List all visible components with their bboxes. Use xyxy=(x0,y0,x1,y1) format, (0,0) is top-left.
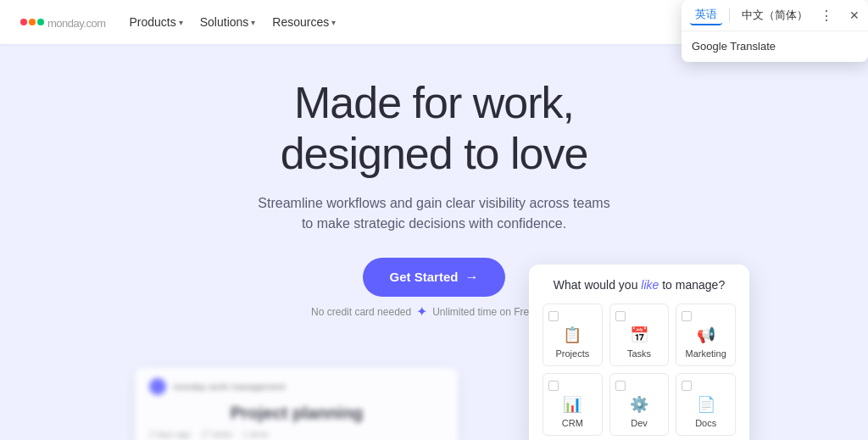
manage-checkbox-marketing[interactable] xyxy=(682,311,692,321)
translate-separator xyxy=(729,8,730,22)
hero-title-line2: designed to love xyxy=(281,129,588,178)
manage-checkbox-crm[interactable] xyxy=(548,381,559,391)
nav-resources[interactable]: Resources ▾ xyxy=(272,15,336,29)
translate-close-icon[interactable]: ✕ xyxy=(849,8,860,22)
hero-subtitle-line1: Streamline workflows and gain clear visi… xyxy=(258,196,609,210)
hero-title-line1: Made for work, xyxy=(294,78,574,127)
hero-note-separator: ✦ xyxy=(416,305,427,319)
preview-title: Project planning xyxy=(149,404,444,423)
logo-suffix: .com xyxy=(83,17,105,30)
translate-popup: 英语 中文（简体） ⋮ ✕ Google Translate xyxy=(682,0,868,62)
projects-icon: 📋 xyxy=(563,326,581,344)
nav-resources-chevron: ▾ xyxy=(331,18,336,27)
preview-card-header: monday work management xyxy=(149,378,444,395)
hero-note-left: No credit card needed xyxy=(311,306,411,318)
hero-title: Made for work, designed to love xyxy=(17,78,851,180)
translate-more-icon[interactable]: ⋮ xyxy=(820,8,833,24)
nav-solutions-chevron: ▾ xyxy=(251,18,255,27)
translate-lang-zh[interactable]: 中文（简体） xyxy=(737,6,813,25)
hero-subtitle-line2: to make strategic decisions with confide… xyxy=(302,216,566,231)
logo-name: monday xyxy=(47,17,83,30)
translate-lang-en[interactable]: 英语 xyxy=(690,5,722,25)
preview-meta2: 17 tasks xyxy=(201,430,232,439)
manage-label-tasks: Tasks xyxy=(627,348,651,359)
manage-title-highlight: like xyxy=(641,278,659,292)
logo[interactable]: monday.com xyxy=(20,14,105,31)
manage-label-docs: Docs xyxy=(695,418,716,428)
logo-dot-green xyxy=(37,19,44,25)
manage-checkbox-tasks[interactable] xyxy=(615,311,626,321)
nav-solutions-label: Solutions xyxy=(200,15,249,29)
get-started-button[interactable]: Get Started → xyxy=(363,258,506,297)
hero-subtitle: Streamline workflows and gain clear visi… xyxy=(17,193,851,234)
manage-item-projects[interactable]: 📋 Projects xyxy=(542,304,603,366)
manage-grid: 📋 Projects 📅 Tasks 📢 Marketing 📊 CRM xyxy=(542,304,736,436)
nav-products-chevron: ▾ xyxy=(179,18,183,27)
manage-checkbox-projects[interactable] xyxy=(548,311,559,321)
preview-avatar xyxy=(149,378,166,395)
preview-card: monday work management Project planning … xyxy=(136,368,458,440)
manage-item-marketing[interactable]: 📢 Marketing xyxy=(676,304,736,366)
manage-checkbox-docs[interactable] xyxy=(682,381,692,391)
manage-label-marketing: Marketing xyxy=(686,348,726,359)
hero-bottom: monday work management Project planning … xyxy=(17,339,851,440)
logo-wordmark: monday.com xyxy=(47,14,105,31)
translate-body: Google Translate xyxy=(682,31,868,62)
manage-item-crm[interactable]: 📊 CRM xyxy=(542,373,603,436)
translate-header: 英语 中文（简体） ⋮ ✕ xyxy=(682,0,868,31)
nav-products[interactable]: Products ▾ xyxy=(129,15,182,29)
preview-brand: monday work management xyxy=(173,382,286,392)
manage-item-dev[interactable]: ⚙️ Dev xyxy=(609,373,670,436)
manage-title: What would you like to manage? xyxy=(542,278,736,292)
manage-label-dev: Dev xyxy=(631,418,648,428)
logo-dots xyxy=(20,19,44,25)
manage-label-projects: Projects xyxy=(555,348,589,359)
marketing-icon: 📢 xyxy=(697,326,715,344)
logo-dot-orange xyxy=(29,19,36,25)
manage-item-tasks[interactable]: 📅 Tasks xyxy=(609,304,670,366)
manage-title-suffix: to manage? xyxy=(659,278,725,292)
manage-title-prefix: What would you xyxy=(554,278,642,292)
crm-icon: 📊 xyxy=(563,395,581,414)
translate-body-text: Google Translate xyxy=(692,40,776,53)
manage-checkbox-dev[interactable] xyxy=(615,381,626,391)
hero-section: Made for work, designed to love Streamli… xyxy=(0,44,868,440)
get-started-label: Get Started xyxy=(390,270,459,284)
get-started-arrow: → xyxy=(465,270,478,285)
nav-solutions[interactable]: Solutions ▾ xyxy=(200,15,256,29)
manage-card: What would you like to manage? 📋 Project… xyxy=(529,265,749,440)
preview-meta: 2 days ago 17 tasks 1 done xyxy=(149,430,444,439)
dev-icon: ⚙️ xyxy=(630,395,648,414)
manage-label-crm: CRM xyxy=(562,418,583,428)
tasks-icon: 📅 xyxy=(630,326,648,344)
logo-dot-red xyxy=(20,19,27,25)
preview-meta3: 1 done xyxy=(242,430,269,439)
nav-products-label: Products xyxy=(129,15,175,29)
nav-links: Products ▾ Solutions ▾ Resources ▾ xyxy=(129,15,657,29)
manage-item-docs[interactable]: 📄 Docs xyxy=(676,373,736,436)
nav-resources-label: Resources xyxy=(272,15,329,29)
preview-meta1: 2 days ago xyxy=(149,430,191,439)
docs-icon: 📄 xyxy=(697,395,715,414)
